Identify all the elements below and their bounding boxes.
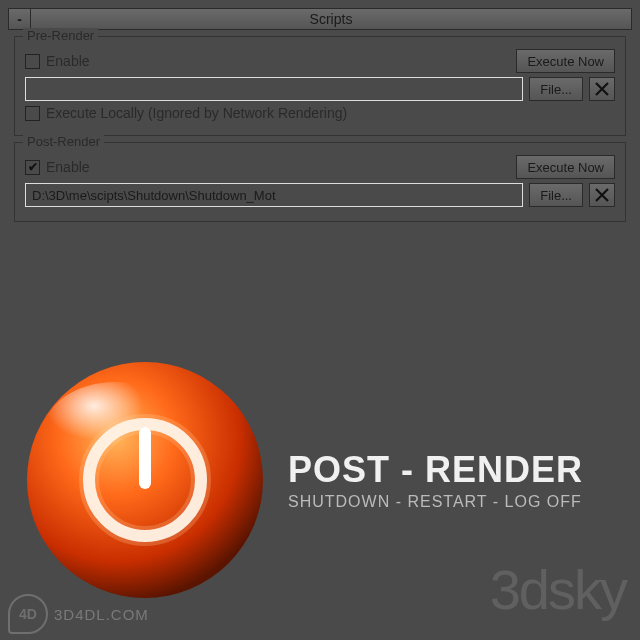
pre-render-group: Pre-Render Enable Execute Now File... Ex… <box>14 36 626 136</box>
post-enable-checkbox[interactable]: ✔ <box>25 160 40 175</box>
post-script-path-input[interactable] <box>25 183 523 207</box>
post-file-button[interactable]: File... <box>529 183 583 207</box>
close-icon <box>594 187 610 203</box>
post-enable-label[interactable]: Enable <box>46 159 90 175</box>
pre-execute-locally-label[interactable]: Execute Locally (Ignored by Network Rend… <box>46 105 347 121</box>
pre-execute-now-button[interactable]: Execute Now <box>516 49 615 73</box>
power-orb-icon <box>20 355 270 605</box>
watermark-text: 3D4DL.COM <box>54 606 149 623</box>
post-render-legend: Post-Render <box>23 134 104 149</box>
pre-execute-locally-checkbox[interactable] <box>25 106 40 121</box>
pre-file-button[interactable]: File... <box>529 77 583 101</box>
promo-subtitle: SHUTDOWN - RESTART - LOG OFF <box>288 493 583 511</box>
panel-title: Scripts <box>30 8 632 30</box>
pre-render-legend: Pre-Render <box>23 28 98 43</box>
post-clear-button[interactable] <box>589 183 615 207</box>
watermark-logo-icon: 4D <box>8 594 48 634</box>
post-render-group: Post-Render ✔ Enable Execute Now File... <box>14 142 626 222</box>
watermark-3d4dl: 4D 3D4DL.COM <box>8 594 149 634</box>
pre-enable-label[interactable]: Enable <box>46 53 90 69</box>
pre-clear-button[interactable] <box>589 77 615 101</box>
watermark-3dsky: 3dsky <box>490 557 626 622</box>
post-execute-now-button[interactable]: Execute Now <box>516 155 615 179</box>
pre-enable-checkbox[interactable] <box>25 54 40 69</box>
close-icon <box>594 81 610 97</box>
collapse-button[interactable]: - <box>8 8 30 30</box>
promo-title: POST - RENDER <box>288 449 583 491</box>
pre-script-path-input[interactable] <box>25 77 523 101</box>
